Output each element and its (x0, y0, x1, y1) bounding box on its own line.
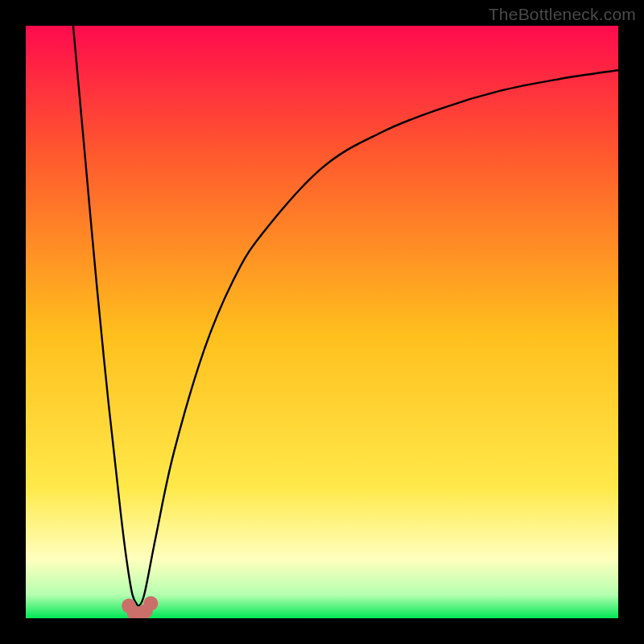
valley-dot (143, 597, 158, 611)
outer-frame: TheBottleneck.com (0, 0, 644, 644)
gradient-background (26, 26, 618, 618)
watermark-text: TheBottleneck.com (489, 5, 636, 24)
plot-area (26, 26, 618, 618)
chart-svg (26, 26, 618, 618)
